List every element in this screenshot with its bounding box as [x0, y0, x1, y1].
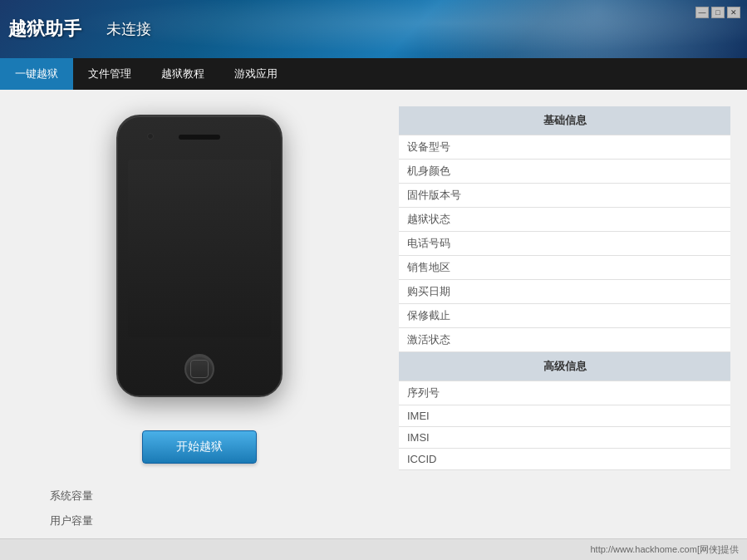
connection-status: 未连接 — [106, 19, 151, 39]
field-label: IMEI — [399, 405, 474, 427]
table-row: 设备型号 — [399, 135, 730, 160]
field-value — [474, 208, 730, 232]
right-panel: 基础信息 设备型号 机身颜色 固件版本号 越狱状态 电话号码 — [399, 90, 747, 538]
field-value — [474, 304, 730, 328]
phone-screen — [128, 160, 271, 337]
table-row: 序列号 — [399, 381, 730, 405]
status-url: http://www.hackhome.com[网侠]提供 — [591, 543, 740, 556]
field-label: 销售地区 — [399, 256, 474, 280]
phone-speaker — [179, 135, 220, 140]
system-capacity-item: 系统容量 — [50, 489, 399, 504]
field-label: 序列号 — [399, 381, 474, 405]
field-value — [474, 280, 730, 304]
field-value — [474, 184, 730, 208]
table-row: 越狱状态 — [399, 208, 730, 232]
phone-camera — [147, 133, 154, 140]
nav-item-filemanager[interactable]: 文件管理 — [73, 58, 146, 90]
field-label: ICCID — [399, 449, 474, 470]
table-row: 电话号码 — [399, 232, 730, 256]
field-value — [474, 160, 730, 184]
table-row: IMSI — [399, 427, 730, 449]
field-label: 保修截止 — [399, 304, 474, 328]
field-label: 购买日期 — [399, 280, 474, 304]
phone-body — [116, 115, 283, 397]
field-value — [474, 449, 730, 470]
title-bar: 越狱助手 未连接 — □ ✕ — [0, 0, 747, 58]
table-row: 激活状态 — [399, 328, 730, 352]
nav-item-jailbreak[interactable]: 一键越狱 — [0, 58, 73, 90]
advanced-info-header: 高级信息 — [399, 352, 730, 381]
table-row: 购买日期 — [399, 280, 730, 304]
table-row: ICCID — [399, 449, 730, 470]
main-content: 开始越狱 系统容量 用户容量 基础信息 设备型号 机身颜色 — [0, 90, 747, 538]
status-bar: http://www.hackhome.com[网侠]提供 — [0, 538, 747, 560]
field-label: 固件版本号 — [399, 184, 474, 208]
phone-home-inner — [190, 360, 209, 378]
phone-illustration — [116, 115, 283, 397]
user-capacity-label: 用户容量 — [50, 514, 93, 527]
field-label: 越狱状态 — [399, 208, 474, 232]
field-value — [474, 232, 730, 256]
advanced-info-header-row: 高级信息 — [399, 352, 730, 381]
field-label: 设备型号 — [399, 135, 474, 160]
table-row: 机身颜色 — [399, 160, 730, 184]
basic-info-header-row: 基础信息 — [399, 106, 730, 135]
window-controls: — □ ✕ — [695, 7, 740, 18]
capacity-info: 系统容量 用户容量 — [0, 489, 399, 538]
user-capacity-item: 用户容量 — [50, 513, 399, 528]
field-value — [474, 256, 730, 280]
nav-item-games[interactable]: 游戏应用 — [219, 58, 292, 90]
phone-home-button — [184, 354, 214, 384]
nav-item-tutorial[interactable]: 越狱教程 — [146, 58, 219, 90]
table-row: 固件版本号 — [399, 184, 730, 208]
nav-bar: 一键越狱 文件管理 越狱教程 游戏应用 — [0, 58, 747, 90]
start-jailbreak-button[interactable]: 开始越狱 — [142, 430, 257, 464]
field-value — [474, 328, 730, 352]
field-value — [474, 135, 730, 160]
field-value — [474, 427, 730, 449]
table-row: 销售地区 — [399, 256, 730, 280]
field-value — [474, 381, 730, 405]
field-label: IMSI — [399, 427, 474, 449]
minimize-button[interactable]: — — [695, 7, 709, 18]
field-label: 机身颜色 — [399, 160, 474, 184]
info-table: 基础信息 设备型号 机身颜色 固件版本号 越狱状态 电话号码 — [399, 106, 730, 470]
table-row: IMEI — [399, 405, 730, 427]
left-panel: 开始越狱 系统容量 用户容量 — [0, 90, 399, 538]
maximize-button[interactable]: □ — [711, 7, 725, 18]
system-capacity-label: 系统容量 — [50, 489, 93, 502]
app-title: 越狱助手 — [8, 17, 81, 42]
basic-info-header: 基础信息 — [399, 106, 730, 135]
field-label: 激活状态 — [399, 328, 474, 352]
close-button[interactable]: ✕ — [727, 7, 740, 18]
table-row: 保修截止 — [399, 304, 730, 328]
field-value — [474, 405, 730, 427]
field-label: 电话号码 — [399, 232, 474, 256]
